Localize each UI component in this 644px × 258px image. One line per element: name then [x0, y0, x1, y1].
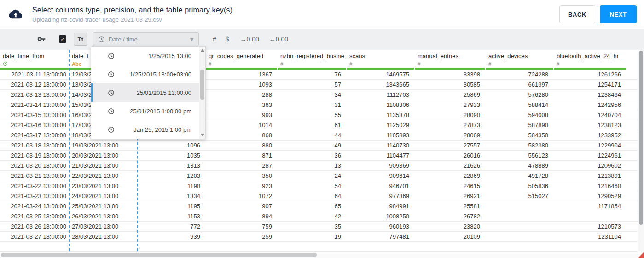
horizontal-scrollbar[interactable]	[0, 251, 638, 258]
table-cell: 363	[206, 100, 278, 110]
table-cell: 35	[278, 222, 347, 231]
table-cell: 1140730	[347, 141, 415, 150]
scroll-up-icon[interactable]	[201, 49, 204, 52]
column-header-bluetooth_active_24_hr_[interactable]: bluetooth_active_24_hr_#	[554, 50, 627, 68]
table-cell: 1254171	[554, 80, 627, 89]
column-type-label: #	[557, 61, 625, 67]
table-cell: 1203	[138, 171, 206, 181]
date-format-option[interactable]: 25/01/2015 13:00:00	[91, 83, 199, 102]
table-cell: 1093	[206, 80, 278, 89]
increase-precision-button[interactable]: →0.00	[240, 35, 259, 43]
dropdown-scrollbar[interactable]	[199, 47, 205, 139]
column-type-label: #	[349, 61, 413, 67]
table-cell: 1014	[206, 120, 278, 130]
table-cell: 25581	[415, 201, 486, 211]
table-cell: 977369	[347, 191, 415, 201]
table-cell: 909369	[347, 161, 415, 170]
column-type-label: #	[488, 61, 552, 67]
horizontal-scrollbar-thumb[interactable]	[1, 253, 317, 257]
table-cell: 19/03/2021 13:00	[69, 141, 138, 150]
table-cell: 26016	[415, 151, 486, 160]
table-cell: 478889	[486, 161, 554, 170]
date-format-option[interactable]: 1/25/2015 13:00	[91, 47, 199, 65]
table-cell: 2021-03-22 13:00:00	[0, 181, 69, 191]
table-cell: 287	[206, 161, 278, 170]
scrollbar-corner	[638, 251, 644, 258]
overflow-marker-icon	[638, 252, 644, 258]
table-cell: 923	[206, 181, 278, 191]
column-header-date_time_from[interactable]: date_time_from	[0, 50, 69, 68]
date-format-option[interactable]: 1/25/2015 13:00+03:00	[91, 65, 199, 83]
table-cell: 797481	[347, 232, 415, 241]
table-cell: 909614	[347, 171, 415, 181]
column-header-manual_entries[interactable]: manual_entries#	[415, 50, 486, 68]
table-cell: 2021-03-16 13:00:00	[0, 120, 69, 130]
table-cell: 871	[206, 151, 278, 160]
date-format-label: 1/25/2015 13:00	[148, 53, 191, 59]
table-cell: 1238464	[554, 90, 627, 100]
table-cell: 1240704	[554, 110, 627, 120]
table-cell: 1072	[206, 191, 278, 201]
number-type-button[interactable]: #	[213, 35, 216, 43]
table-cell: 288	[206, 90, 278, 100]
next-button[interactable]: NEXT	[600, 5, 637, 23]
wizard-header: Select columns type, precision, and the …	[0, 0, 644, 29]
table-cell: 25/03/2021 13:00	[69, 201, 138, 211]
primary-key-icon[interactable]	[37, 35, 46, 44]
column-header-nzbn_registered_busine[interactable]: nzbn_registered_busine#	[278, 50, 347, 68]
column-header-active_devices[interactable]: active_devices#	[486, 50, 554, 68]
wizard-titles: Select columns type, precision, and the …	[32, 6, 232, 23]
column-header-scans[interactable]: scans#	[347, 50, 415, 68]
table-cell: 1209602	[554, 161, 627, 170]
date-format-option[interactable]: Jan 25, 2015 1:00 pm	[91, 120, 199, 139]
table-cell: 1035	[138, 151, 206, 160]
table-cell: 25869	[415, 90, 486, 100]
table-cell: 24	[278, 171, 347, 181]
date-format-select-value: Date / time	[109, 36, 138, 43]
column-selected-checkbox[interactable]	[59, 35, 66, 43]
decrease-precision-button[interactable]: ←0.00	[269, 35, 288, 43]
table-row: 2021-03-27 13:00:0028/03/2021 13:0093925…	[0, 232, 638, 242]
table-cell: 491728	[486, 171, 554, 181]
date-format-option[interactable]: 25/01/2015 1:00:00 pm	[91, 102, 199, 120]
table-row: 2021-03-21 13:00:0022/03/2021 13:0012033…	[0, 171, 638, 181]
table-cell: 880	[206, 141, 278, 150]
table-cell: 1290529	[554, 191, 627, 201]
scroll-down-icon[interactable]	[201, 134, 204, 136]
table-cell: 2021-03-12 13:00:00	[0, 80, 69, 89]
vertical-scrollbar-thumb[interactable]	[639, 51, 643, 225]
date-format-option-list: 1/25/2015 13:001/25/2015 13:00+03:0025/0…	[91, 47, 199, 139]
table-cell: 2021-03-25 13:00:00	[0, 211, 69, 221]
table-cell: 661397	[486, 80, 554, 89]
date-format-label: 25/01/2015 13:00:00	[137, 89, 191, 96]
table-row: 2021-03-19 13:00:0020/03/2021 13:0010358…	[0, 151, 638, 161]
clock-icon	[108, 126, 115, 133]
table-cell: 993	[206, 110, 278, 120]
back-button[interactable]: BACK	[559, 5, 595, 23]
table-cell	[554, 211, 627, 221]
date-format-label: 1/25/2015 13:00+03:00	[130, 71, 191, 78]
table-cell: 76	[278, 70, 347, 79]
table-row: 2021-03-18 13:00:0019/03/2021 13:0010968…	[0, 141, 638, 151]
table-cell: 64	[278, 191, 347, 201]
dropdown-scrollbar-thumb[interactable]	[200, 70, 204, 100]
table-cell: 759	[206, 222, 278, 231]
table-cell: 57	[278, 80, 347, 89]
vertical-scrollbar[interactable]	[638, 50, 644, 251]
table-cell: 515027	[486, 191, 554, 201]
table-cell: 23/03/2021 13:00	[69, 181, 138, 191]
table-cell: 1104477	[347, 151, 415, 160]
table-cell: 24/03/2021 13:00	[69, 191, 138, 201]
table-cell: 65	[278, 201, 347, 211]
column-header-qr_codes_generated[interactable]: qr_codes_generated#	[206, 50, 278, 68]
table-cell: 21/03/2021 13:00	[69, 161, 138, 170]
table-cell: 36	[278, 151, 347, 160]
table-cell: 54	[278, 181, 347, 191]
table-cell: 907	[206, 201, 278, 211]
text-type-button[interactable]: Tt	[74, 33, 87, 46]
table-cell: 20109	[415, 232, 486, 241]
currency-type-button[interactable]: $	[226, 35, 229, 43]
table-cell: 2021-03-15 13:00:00	[0, 110, 69, 120]
table-cell: 28069	[415, 130, 486, 140]
date-format-select[interactable]: Date / time ▼	[93, 32, 199, 46]
